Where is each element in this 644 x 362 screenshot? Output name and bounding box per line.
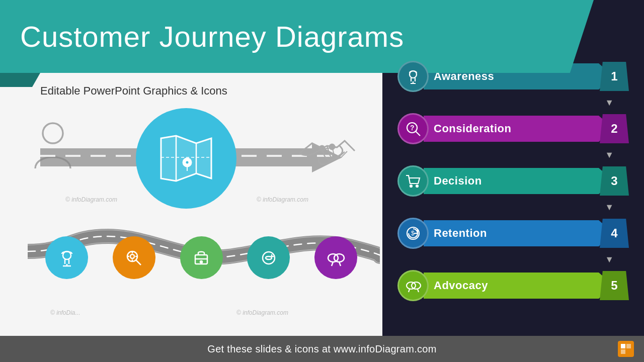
step-bar-decision: Decision: [424, 168, 614, 194]
step-number-5: 5: [600, 271, 629, 300]
arrow-4: ▼: [397, 256, 629, 263]
step-label-retention: Retention: [434, 227, 487, 240]
svg-text:?: ?: [410, 124, 415, 132]
subtitle: Editable PowerPoint Graphics & Icons: [40, 84, 227, 98]
svg-point-28: [410, 185, 412, 187]
footer: Get these slides & icons at www.infoDiag…: [0, 336, 644, 362]
step-label-consideration: Consideration: [434, 122, 511, 135]
header-banner: Customer Journey Diagrams: [0, 0, 594, 73]
step-bar-retention: Retention: [424, 220, 614, 246]
step-row-retention: $Retention4: [397, 215, 629, 252]
svg-point-20: [200, 261, 202, 263]
watermark-3: © infoDia...: [50, 309, 80, 316]
watermark-1: © infoDiagram.com: [65, 196, 117, 203]
step-circle-advocacy: [397, 270, 429, 301]
stage-circle-awareness: [45, 236, 88, 279]
svg-rect-34: [621, 344, 625, 348]
step-bar-consideration: Consideration: [424, 116, 614, 142]
step-label-advocacy: Advocacy: [434, 279, 488, 292]
arrow-3: ▼: [397, 204, 629, 211]
map-circle: [136, 108, 236, 209]
step-bar-advocacy: Advocacy: [424, 273, 614, 299]
stage-circles-row: [30, 236, 372, 279]
svg-point-0: [43, 123, 63, 143]
page-title: Customer Journey Diagrams: [20, 20, 404, 53]
stage-circle-retention: [247, 236, 290, 279]
step-number-3: 3: [600, 166, 629, 196]
svg-point-29: [416, 185, 418, 187]
watermark-2: © infoDiagram.com: [257, 196, 308, 203]
svg-point-13: [130, 254, 134, 258]
step-row-decision: Decision3: [397, 162, 629, 200]
step-circle-consideration: ?: [397, 113, 429, 144]
handshake-icon: [297, 128, 357, 177]
step-label-decision: Decision: [434, 174, 482, 188]
svg-text:$: $: [411, 230, 415, 237]
arrow-2: ▼: [397, 151, 629, 158]
footer-text: Get these slides & icons at www.infoDiag…: [207, 343, 436, 355]
svg-point-6: [185, 160, 189, 164]
svg-line-12: [136, 260, 141, 265]
watermark-4: © infoDiagram.com: [236, 309, 288, 316]
step-circle-retention: $: [397, 218, 429, 249]
step-circle-awareness: [397, 61, 429, 92]
arrow-1: ▼: [397, 99, 629, 106]
step-number-2: 2: [600, 114, 629, 143]
stage-circle-advocacy: [314, 236, 357, 279]
step-number-4: 4: [600, 219, 629, 248]
footer-logo: [618, 341, 634, 357]
step-circle-decision: [397, 165, 429, 197]
svg-line-26: [416, 131, 420, 136]
svg-point-23: [334, 254, 344, 262]
svg-rect-36: [621, 349, 625, 354]
svg-point-21: [263, 252, 275, 264]
step-row-consideration: ?Consideration2: [397, 110, 629, 147]
step-row-advocacy: Advocacy5: [397, 267, 629, 304]
stage-circle-consideration: [113, 236, 155, 279]
stage-circle-decision: [180, 236, 223, 279]
svg-rect-35: [626, 344, 631, 348]
step-number-1: 1: [600, 62, 629, 91]
